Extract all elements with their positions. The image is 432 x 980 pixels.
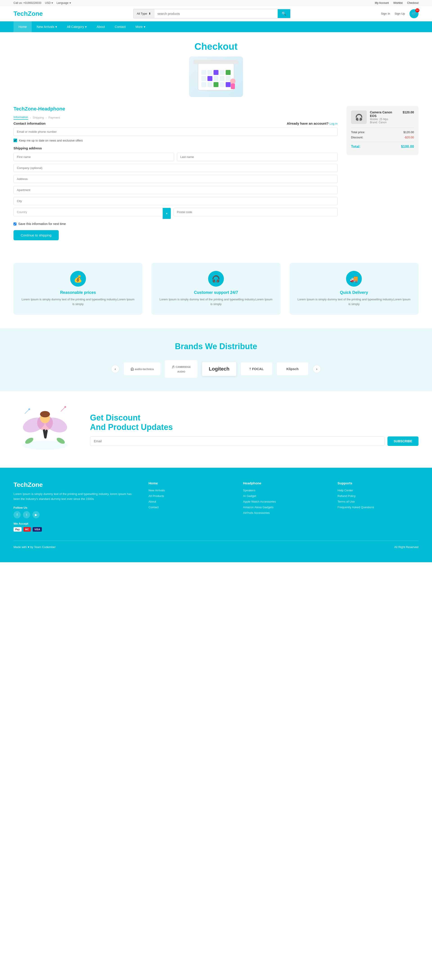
apartment-input[interactable] xyxy=(13,186,338,194)
svg-line-31 xyxy=(61,407,65,412)
nav-item-about[interactable]: About xyxy=(92,21,110,32)
feature-icon-2: 🚚 xyxy=(346,271,362,286)
footer-link-amazon-alexa[interactable]: Amazon Alexa Gadgets xyxy=(243,506,324,509)
footer-link-apple-watch[interactable]: Apple Watch Accessories xyxy=(243,500,324,503)
city-input[interactable] xyxy=(13,197,338,205)
search-button[interactable]: 🔍 xyxy=(277,9,290,18)
checkout-topbar-link[interactable]: Checkout xyxy=(407,2,419,5)
currency-chevron-icon: ▾ xyxy=(51,2,53,5)
summary-divider xyxy=(351,127,414,128)
svg-rect-11 xyxy=(226,76,231,81)
log-in-link[interactable]: Log in xyxy=(330,122,338,125)
footer-link-new-arrivals[interactable]: New Arrivals xyxy=(148,488,230,492)
feature-icon-0: 💰 xyxy=(70,271,86,286)
save-info-checkbox[interactable] xyxy=(13,223,16,226)
svg-rect-18 xyxy=(231,83,235,89)
newsletter-form: SUBSCRIBE xyxy=(90,436,419,446)
nav-item-new-arrivals[interactable]: New Arrivals ▾ xyxy=(32,21,62,32)
brand-item-1[interactable]: 🎵 CAMBRIDGEAUDIO xyxy=(165,360,198,378)
checkout-title: Checkout xyxy=(13,41,419,52)
nav-item-home[interactable]: Home xyxy=(13,21,32,32)
my-account-link[interactable]: My Account xyxy=(375,2,389,5)
facebook-icon[interactable]: f xyxy=(13,511,21,519)
nav-item-all-category[interactable]: All Category ▾ xyxy=(62,21,92,32)
step-information[interactable]: Information xyxy=(13,115,28,120)
search-input[interactable] xyxy=(155,9,277,18)
svg-rect-15 xyxy=(220,82,225,87)
svg-rect-13 xyxy=(207,82,212,87)
footer-follow-label: Follow Us xyxy=(13,506,135,509)
postal-code-input[interactable] xyxy=(174,208,338,216)
newsletter-email-input[interactable] xyxy=(90,436,385,446)
last-name-input[interactable] xyxy=(177,153,338,161)
footer-col-supports-title: Supports xyxy=(338,481,419,485)
summary-product-info: Camera Canon EOS Mobile: 25 Mps Brand: C… xyxy=(370,110,399,124)
cart-badge: 64 xyxy=(415,8,419,13)
brand-item-0[interactable]: 🎧 audio-technica xyxy=(124,363,160,375)
svg-line-29 xyxy=(25,409,29,414)
checkout-form: TechZone-Headphone Information › Shippin… xyxy=(13,106,338,240)
name-row xyxy=(13,153,338,164)
footer-link-airpods[interactable]: AirPods Accessories xyxy=(243,511,324,514)
subscribe-button[interactable]: SUBSCRIBE xyxy=(387,436,419,446)
first-name-input[interactable] xyxy=(13,153,174,161)
footer-col-headphone-list: Speakers AI Gadget Apple Watch Accessori… xyxy=(243,488,324,514)
top-bar-right: My Account Wishlist Checkout xyxy=(375,2,419,5)
footer-col-home-title: Home xyxy=(148,481,230,485)
wishlist-link[interactable]: Wishlist xyxy=(393,2,403,5)
continue-to-shipping-button[interactable]: Continue to shipping xyxy=(13,230,59,240)
mastercard-icon: MC xyxy=(23,527,31,531)
country-wrap: Country ▾ xyxy=(13,208,171,219)
cart-button[interactable]: 🛒 64 xyxy=(410,9,419,18)
language-chevron-icon: ▾ xyxy=(70,2,71,5)
footer-link-about[interactable]: About xyxy=(148,500,230,503)
step-chevron-2: › xyxy=(46,116,46,119)
sign-in-link[interactable]: Sign In xyxy=(381,12,390,15)
sign-up-link[interactable]: Sign Up xyxy=(395,12,405,15)
feature-card-0: 💰 Reasonable prices Lorem Ipsum is simpl… xyxy=(13,263,142,315)
nav: Home New Arrivals ▾ All Category ▾ About… xyxy=(0,21,432,32)
footer-link-terms-of-use[interactable]: Terms of Use xyxy=(338,500,419,503)
youtube-icon[interactable]: ▶ xyxy=(32,511,40,519)
footer-made-with: Made with ♥ by Team Codember xyxy=(13,545,56,549)
footer-link-help-center[interactable]: Help Center xyxy=(338,488,419,492)
nav-item-more[interactable]: More ▾ xyxy=(131,21,150,32)
footer-link-ai-gadget[interactable]: AI Gadget xyxy=(243,494,324,498)
footer-link-faq[interactable]: Frequently Asked Questions xyxy=(338,506,419,509)
step-payment[interactable]: Payment xyxy=(48,116,60,119)
newsletter-checkbox[interactable] xyxy=(13,138,17,142)
summary-product-price: $120.00 xyxy=(403,110,414,114)
total-label: Total: xyxy=(351,145,360,149)
carousel-next-button[interactable]: › xyxy=(313,365,321,373)
svg-rect-3 xyxy=(207,70,212,75)
search-type-selector[interactable]: All Type ⬍ xyxy=(134,9,155,18)
brand-name: TechZone-Headphone xyxy=(13,106,338,112)
svg-rect-14 xyxy=(214,82,218,87)
footer-link-speakers[interactable]: Speakers xyxy=(243,488,324,492)
country-select[interactable]: Country xyxy=(13,208,171,216)
country-postal-row: Country ▾ xyxy=(13,208,338,219)
svg-rect-7 xyxy=(201,76,206,81)
footer-link-all-products[interactable]: All Products xyxy=(148,494,230,498)
footer-link-refund-policy[interactable]: Refund Policy xyxy=(338,494,419,498)
logo[interactable]: TechZone xyxy=(13,10,43,18)
svg-point-30 xyxy=(28,408,30,410)
header-actions: Sign In Sign Up 🛒 64 xyxy=(381,9,419,18)
newsletter-title: Get Discount And Product Updates xyxy=(90,413,419,432)
language-selector[interactable]: Language ▾ xyxy=(56,2,71,5)
brand-item-2[interactable]: Logitech xyxy=(202,362,236,376)
footer-link-contact[interactable]: Contact xyxy=(148,506,230,509)
newsletter-content: Get Discount And Product Updates SUBSCRI… xyxy=(90,413,419,446)
phone-input[interactable] xyxy=(13,127,338,136)
nav-item-contact[interactable]: Contact xyxy=(110,21,131,32)
address-input[interactable] xyxy=(13,175,338,183)
step-shipping[interactable]: Shipping xyxy=(33,116,44,119)
brand-item-3[interactable]: † FOCAL xyxy=(241,363,272,375)
twitter-icon[interactable]: t xyxy=(23,511,30,519)
brand-item-4[interactable]: Klipsch xyxy=(277,363,308,375)
company-input[interactable] xyxy=(13,164,338,172)
total-price-label: Total price: xyxy=(351,130,365,134)
carousel-prev-button[interactable]: ‹ xyxy=(111,365,119,373)
currency-selector[interactable]: USD ▾ xyxy=(45,2,53,5)
footer-col-home: Home New Arrivals All Products About Con… xyxy=(148,481,230,531)
